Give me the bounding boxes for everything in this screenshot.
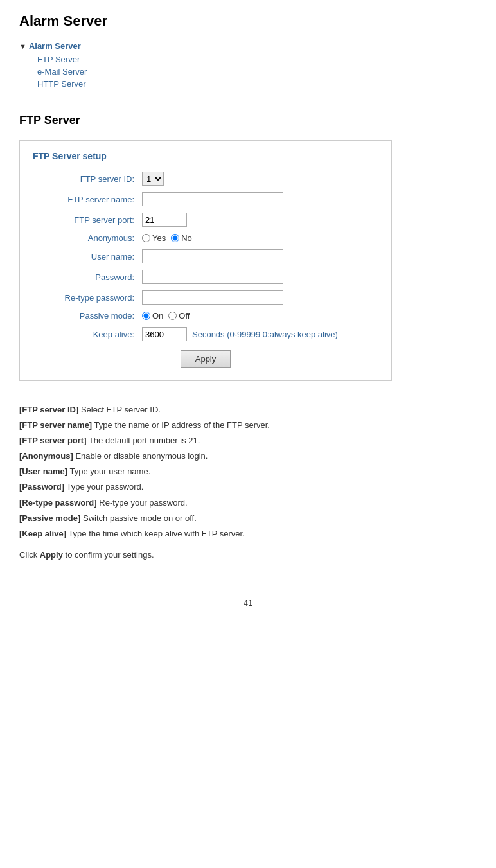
desc-ftp-server-name-key: [FTP server name] bbox=[19, 420, 92, 430]
anonymous-control: Yes No bbox=[142, 233, 378, 243]
desc-keep-alive-key: [Keep alive] bbox=[19, 529, 66, 538]
nav-tree: ▼ Alarm Server FTP Server e-Mail Server … bbox=[19, 41, 477, 89]
keep-alive-label: Keep alive: bbox=[33, 330, 142, 339]
desc-ftp-server-id: [FTP server ID] Select FTP server ID. bbox=[19, 403, 477, 417]
anonymous-yes-text: Yes bbox=[152, 233, 166, 243]
ftp-server-name-label: FTP server name: bbox=[33, 195, 142, 204]
desc-ftp-server-name: [FTP server name] Type the name or IP ad… bbox=[19, 418, 477, 432]
desc-passive-mode-key: [Passive mode] bbox=[19, 513, 80, 523]
passive-off-text: Off bbox=[179, 311, 190, 321]
desc-password: [Password] Type your password. bbox=[19, 480, 477, 494]
ftp-server-setup-box: FTP Server setup FTP server ID: 1 2 3 4 … bbox=[19, 140, 392, 381]
passive-on-label[interactable]: On bbox=[142, 311, 163, 321]
username-control bbox=[142, 249, 378, 263]
desc-keep-alive-text: Type the time which keep alive with FTP … bbox=[68, 529, 244, 538]
nav-parent: ▼ Alarm Server bbox=[19, 41, 477, 51]
desc-keep-alive: [Keep alive] Type the time which keep al… bbox=[19, 527, 477, 541]
anonymous-row: Anonymous: Yes No bbox=[33, 233, 378, 243]
click-note-bold: Apply bbox=[40, 550, 63, 560]
username-row: User name: bbox=[33, 249, 378, 263]
apply-row: Apply bbox=[33, 350, 378, 368]
anonymous-yes-label[interactable]: Yes bbox=[142, 233, 166, 243]
divider bbox=[19, 102, 477, 102]
keep-alive-control: Seconds (0-99999 0:always keep alive) bbox=[142, 327, 378, 341]
page-number: 41 bbox=[19, 598, 477, 608]
nav-ftp-server[interactable]: FTP Server bbox=[37, 55, 477, 64]
passive-on-radio[interactable] bbox=[142, 312, 150, 320]
desc-passive-mode-text: Switch passive mode on or off. bbox=[83, 513, 197, 523]
passive-mode-control: On Off bbox=[142, 311, 378, 321]
retype-password-row: Re-type password: bbox=[33, 290, 378, 305]
password-control bbox=[142, 270, 378, 284]
nav-email-server[interactable]: e-Mail Server bbox=[37, 67, 477, 76]
ftp-server-name-input[interactable] bbox=[142, 192, 283, 206]
passive-off-label[interactable]: Off bbox=[168, 311, 190, 321]
passive-mode-label: Passive mode: bbox=[33, 311, 142, 321]
ftp-server-name-control bbox=[142, 192, 378, 206]
ftp-server-id-control: 1 2 3 4 bbox=[142, 172, 378, 186]
click-note-suffix: to confirm your settings. bbox=[63, 550, 154, 560]
desc-anonymous: [Anonymous] Enable or disable anonymous … bbox=[19, 449, 477, 463]
page-title: Alarm Server bbox=[19, 13, 477, 30]
ftp-server-name-row: FTP server name: bbox=[33, 192, 378, 206]
retype-password-control bbox=[142, 290, 378, 305]
ftp-server-id-select[interactable]: 1 2 3 4 bbox=[142, 172, 164, 186]
desc-ftp-server-port-text: The default port number is 21. bbox=[89, 436, 200, 445]
passive-mode-row: Passive mode: On Off bbox=[33, 311, 378, 321]
passive-off-radio[interactable] bbox=[168, 312, 177, 320]
description-block: [FTP server ID] Select FTP server ID. [F… bbox=[19, 403, 477, 541]
nav-children: FTP Server e-Mail Server HTTP Server bbox=[37, 55, 477, 89]
desc-username-key: [User name] bbox=[19, 466, 67, 476]
ftp-server-port-label: FTP server port: bbox=[33, 215, 142, 225]
ftp-server-id-row: FTP server ID: 1 2 3 4 bbox=[33, 172, 378, 186]
desc-ftp-server-port-key: [FTP server port] bbox=[19, 436, 87, 445]
username-input[interactable] bbox=[142, 249, 283, 263]
ftp-server-port-row: FTP server port: bbox=[33, 213, 378, 227]
anonymous-yes-radio[interactable] bbox=[142, 234, 150, 242]
retype-password-label: Re-type password: bbox=[33, 293, 142, 303]
click-note-prefix: Click bbox=[19, 550, 40, 560]
keep-alive-input[interactable] bbox=[142, 327, 187, 341]
desc-retype-password-key: [Re-type password] bbox=[19, 498, 97, 508]
apply-button[interactable]: Apply bbox=[181, 350, 231, 368]
section-title: FTP Server bbox=[19, 114, 477, 127]
desc-ftp-server-port: [FTP server port] The default port numbe… bbox=[19, 434, 477, 448]
nav-http-server[interactable]: HTTP Server bbox=[37, 79, 477, 89]
desc-username: [User name] Type your user name. bbox=[19, 465, 477, 479]
desc-password-text: Type your password. bbox=[66, 482, 143, 492]
desc-username-text: Type your user name. bbox=[70, 466, 151, 476]
click-note: Click Apply to confirm your settings. bbox=[19, 550, 477, 560]
password-label: Password: bbox=[33, 272, 142, 282]
nav-arrow-icon: ▼ bbox=[19, 42, 26, 50]
retype-password-input[interactable] bbox=[142, 290, 283, 305]
password-input[interactable] bbox=[142, 270, 283, 284]
desc-passive-mode: [Passive mode] Switch passive mode on or… bbox=[19, 511, 477, 526]
desc-anonymous-text: Enable or disable anonymous login. bbox=[75, 451, 208, 461]
form-box-title: FTP Server setup bbox=[33, 151, 378, 161]
desc-ftp-server-name-text: Type the name or IP address of the FTP s… bbox=[94, 420, 270, 430]
username-label: User name: bbox=[33, 252, 142, 261]
password-row: Password: bbox=[33, 270, 378, 284]
anonymous-label: Anonymous: bbox=[33, 233, 142, 243]
keep-alive-suffix: Seconds (0-99999 0:always keep alive) bbox=[192, 330, 338, 339]
desc-retype-password: [Re-type password] Re-type your password… bbox=[19, 496, 477, 510]
anonymous-no-text: No bbox=[181, 233, 192, 243]
passive-on-text: On bbox=[152, 311, 163, 321]
desc-ftp-server-id-text: Select FTP server ID. bbox=[81, 405, 161, 414]
anonymous-no-label[interactable]: No bbox=[171, 233, 192, 243]
ftp-server-id-label: FTP server ID: bbox=[33, 174, 142, 184]
ftp-server-port-control bbox=[142, 213, 378, 227]
desc-ftp-server-id-key: [FTP server ID] bbox=[19, 405, 78, 414]
desc-password-key: [Password] bbox=[19, 482, 64, 492]
anonymous-no-radio[interactable] bbox=[171, 234, 179, 242]
desc-retype-password-text: Re-type your password. bbox=[99, 498, 187, 508]
desc-anonymous-key: [Anonymous] bbox=[19, 451, 73, 461]
keep-alive-row: Keep alive: Seconds (0-99999 0:always ke… bbox=[33, 327, 378, 341]
nav-parent-label: Alarm Server bbox=[29, 41, 81, 51]
ftp-server-port-input[interactable] bbox=[142, 213, 187, 227]
